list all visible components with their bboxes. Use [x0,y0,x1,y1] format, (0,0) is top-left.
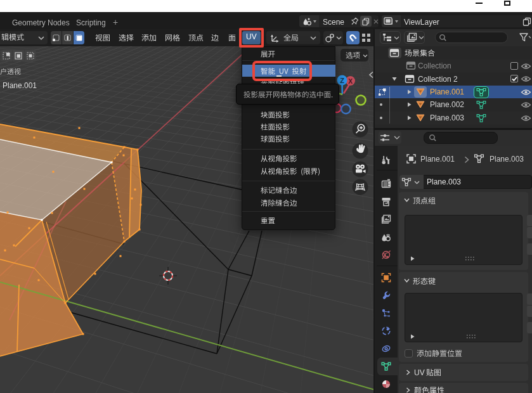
svg-text:X: X [348,78,353,85]
svg-text:Z: Z [340,77,344,84]
